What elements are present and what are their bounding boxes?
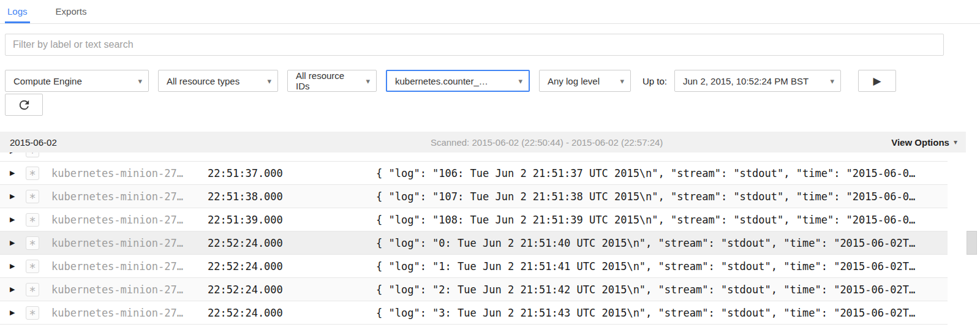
log-source-name: kubernetes-minion-27…	[51, 167, 208, 179]
expand-arrow-icon[interactable]: ▶	[10, 239, 26, 247]
chevron-down-icon: ▾	[267, 77, 271, 86]
date-heading: 2015-06-02	[0, 137, 202, 148]
chevron-down-icon: ▾	[366, 77, 370, 86]
expand-arrow-icon[interactable]: ▶	[10, 192, 26, 200]
filter-bar	[5, 34, 944, 56]
tab-bar: Logs Exports	[0, 0, 980, 24]
log-row[interactable]: ▶ * kubernetes-minion-27… 22:51:38.000 {…	[0, 185, 948, 208]
log-payload: { "log": "3: Tue Jun 2 21:51:43 UTC 2015…	[376, 307, 948, 319]
log-level-icon[interactable]: *	[26, 213, 39, 227]
expand-arrow-icon[interactable]: ▶	[10, 262, 26, 270]
tab-exports[interactable]: Exports	[53, 0, 89, 23]
resource-types-dropdown-label: All resource types	[167, 76, 239, 86]
expand-arrow-icon[interactable]: ▶	[10, 152, 26, 155]
log-row[interactable]: ▶ * kubernetes-minion-27… 22:52:24.000 {…	[0, 255, 948, 278]
refresh-icon	[17, 98, 31, 112]
chevron-down-icon: ▾	[620, 77, 624, 86]
log-timestamp: 22:52:24.000	[208, 237, 376, 249]
log-source-name: kubernetes-minion-27…	[51, 260, 208, 272]
service-dropdown[interactable]: Compute Engine ▾	[5, 70, 149, 92]
log-timestamp: 22:51:39.000	[208, 214, 376, 226]
log-level-dropdown-label: Any log level	[548, 76, 600, 86]
expand-arrow-icon[interactable]: ▶	[10, 285, 26, 293]
service-dropdown-label: Compute Engine	[13, 76, 82, 86]
scanned-range-label: Scanned: 2015-06-02 (22:50:44) - 2015-06…	[202, 137, 891, 148]
up-to-label: Up to:	[643, 76, 667, 86]
log-level-icon[interactable]: *	[26, 152, 39, 157]
log-level-icon[interactable]: *	[26, 260, 39, 273]
log-source-name: kubernetes-minion-27…	[51, 237, 208, 249]
log-list-header: 2015-06-02 Scanned: 2015-06-02 (22:50:44…	[0, 132, 966, 152]
log-source-name: kubernetes-minion-27…	[51, 284, 208, 296]
datetime-dropdown-label: Jun 2, 2015, 10:52:24 PM BST	[683, 76, 809, 86]
log-payload: { "log": "108: Tue Jun 2 21:51:39 UTC 20…	[376, 214, 948, 226]
partially-scrolled-row: ▶ *	[0, 152, 948, 162]
refresh-button[interactable]	[5, 94, 43, 116]
log-source-name: kubernetes-minion-27…	[51, 190, 208, 203]
expand-arrow-icon[interactable]: ▶	[10, 309, 26, 317]
log-payload: { "log": "2: Tue Jun 2 21:51:42 UTC 2015…	[376, 284, 948, 296]
log-source-name: kubernetes-minion-27…	[51, 307, 208, 319]
datetime-dropdown[interactable]: Jun 2, 2015, 10:52:24 PM BST ▾	[674, 70, 841, 92]
log-level-icon[interactable]: *	[26, 283, 39, 296]
log-row[interactable]: ▶ * kubernetes-minion-27… 22:51:39.000 {…	[0, 208, 948, 231]
log-list: ▶ * ▶ * kubernetes-minion-27… 22:51:37.0…	[0, 152, 980, 325]
log-timestamp: 22:51:37.000	[208, 167, 376, 179]
log-level-icon[interactable]: *	[26, 167, 39, 180]
log-payload: { "log": "107: Tue Jun 2 21:51:38 UTC 20…	[376, 190, 948, 203]
log-level-icon[interactable]: *	[26, 190, 39, 203]
log-row[interactable]: ▶ * kubernetes-minion-27… 22:52:24.000 {…	[0, 231, 948, 255]
tab-logs[interactable]: Logs	[5, 0, 30, 23]
log-payload: { "log": "0: Tue Jun 2 21:51:40 UTC 2015…	[376, 237, 948, 249]
expand-arrow-icon[interactable]: ▶	[10, 169, 26, 177]
log-timestamp: 22:52:24.000	[208, 307, 376, 319]
toolbar: Compute Engine ▾ All resource types ▾ Al…	[5, 70, 980, 92]
log-level-dropdown[interactable]: Any log level ▾	[539, 70, 631, 92]
play-icon: ▶	[873, 75, 881, 88]
log-payload: { "log": "1: Tue Jun 2 21:51:41 UTC 2015…	[376, 260, 948, 272]
chevron-down-icon: ▾	[138, 77, 142, 86]
play-button[interactable]: ▶	[858, 70, 896, 92]
chevron-down-icon: ▾	[954, 138, 957, 146]
view-options-button[interactable]: View Options ▾	[891, 137, 966, 148]
log-payload: { "log": "106: Tue Jun 2 21:51:37 UTC 20…	[376, 167, 948, 179]
log-level-icon[interactable]: *	[26, 236, 39, 250]
view-options-label: View Options	[891, 137, 949, 148]
log-name-dropdown-label: kubernetes.counter_…	[395, 76, 488, 86]
refresh-row	[5, 94, 980, 116]
filter-input[interactable]	[5, 34, 944, 56]
chevron-down-icon: ▾	[518, 77, 522, 86]
log-timestamp: 22:51:38.000	[208, 190, 376, 203]
log-name-dropdown[interactable]: kubernetes.counter_… ▾	[386, 70, 530, 92]
log-timestamp: 22:52:24.000	[208, 284, 376, 296]
log-rows: ▶ * kubernetes-minion-27… 22:51:37.000 {…	[0, 162, 948, 325]
log-level-icon[interactable]: *	[26, 306, 39, 320]
vertical-scrollbar-thumb[interactable]	[967, 231, 977, 255]
log-timestamp: 22:52:24.000	[208, 260, 376, 272]
log-source-name: kubernetes-minion-27…	[51, 214, 208, 226]
resource-types-dropdown[interactable]: All resource types ▾	[158, 70, 278, 92]
log-row[interactable]: ▶ * kubernetes-minion-27… 22:51:37.000 {…	[0, 162, 948, 185]
resource-ids-dropdown[interactable]: All resource IDs ▾	[287, 70, 377, 92]
expand-arrow-icon[interactable]: ▶	[10, 216, 26, 224]
log-row[interactable]: ▶ * kubernetes-minion-27… 22:52:24.000 {…	[0, 301, 948, 325]
log-row[interactable]: ▶ * kubernetes-minion-27… 22:52:24.000 {…	[0, 278, 948, 301]
chevron-down-icon: ▾	[831, 77, 835, 86]
resource-ids-dropdown-label: All resource IDs	[296, 70, 357, 91]
